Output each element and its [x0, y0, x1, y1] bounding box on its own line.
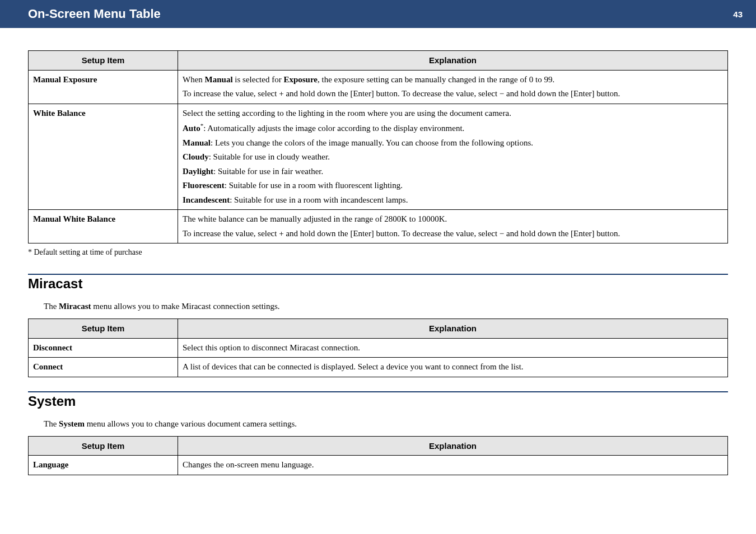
table-row: Connect A list of devices that can be co… [29, 358, 728, 377]
cell-setup-item: Connect [29, 358, 178, 377]
text: The [44, 419, 59, 428]
section-divider [28, 274, 728, 275]
cell-setup-item: Manual Exposure [29, 70, 178, 104]
page-content: Setup Item Explanation Manual Exposure W… [0, 28, 756, 491]
text: : Suitable for use in a room with fluore… [225, 181, 403, 190]
system-table: Setup Item Explanation Language Changes … [28, 436, 728, 475]
text: , the exposure setting can be manually c… [318, 75, 554, 84]
col-setup-item: Setup Item [29, 51, 178, 71]
header-title: On-Screen Menu Table [28, 7, 161, 21]
text: Manual [205, 75, 233, 84]
image-settings-table: Setup Item Explanation Manual Exposure W… [28, 50, 728, 243]
col-explanation: Explanation [178, 319, 728, 339]
text: : Suitable for use in cloudy weather. [209, 152, 330, 161]
text: : Suitable for use in fair weather. [213, 167, 323, 176]
table-header-row: Setup Item Explanation [29, 436, 728, 456]
text: Exposure [283, 75, 318, 84]
page-header: On-Screen Menu Table 43 [0, 0, 756, 28]
text: Miracast [59, 302, 91, 311]
text: To increase the value, select + and hold… [183, 89, 620, 98]
cell-explanation: The white balance can be manually adjust… [178, 210, 728, 243]
cell-setup-item: Language [29, 456, 178, 475]
text: Manual [183, 138, 211, 147]
footnote: * Default setting at time of purchase [28, 248, 728, 257]
text: Daylight [183, 167, 213, 176]
col-setup-item: Setup Item [29, 436, 178, 456]
text: To increase the value, select + and hold… [183, 229, 620, 238]
table-row: Manual White Balance The white balance c… [29, 210, 728, 243]
text: Incandescent [183, 195, 230, 204]
section-divider [28, 391, 728, 392]
cell-setup-item: Manual White Balance [29, 210, 178, 243]
cell-explanation: A list of devices that can be connected … [178, 358, 728, 377]
text: The white balance can be manually adjust… [183, 214, 447, 223]
col-setup-item: Setup Item [29, 319, 178, 339]
text: Fluorescent [183, 181, 225, 190]
text: menu allows you to make Miracast connect… [91, 302, 280, 311]
text: : Lets you change the colors of the imag… [211, 138, 533, 147]
text: The [44, 302, 59, 311]
text: : Automatically adjusts the image color … [203, 124, 464, 133]
table-row: Disconnect Select this option to disconn… [29, 338, 728, 358]
section-intro-system: The System menu allows you to change var… [44, 417, 728, 430]
section-intro-miracast: The Miracast menu allows you to make Mir… [44, 299, 728, 313]
table-row: White Balance Select the setting accordi… [29, 104, 728, 210]
cell-explanation: When Manual is selected for Exposure, th… [178, 70, 728, 104]
cell-explanation: Changes the on-screen menu language. [178, 456, 728, 475]
section-title-system: System [28, 394, 728, 409]
col-explanation: Explanation [178, 436, 728, 456]
table-row: Language Changes the on-screen menu lang… [29, 456, 728, 475]
text: is selected for [233, 75, 284, 84]
cell-setup-item: White Balance [29, 104, 178, 210]
table-header-row: Setup Item Explanation [29, 51, 728, 71]
text: Select the setting according to the ligh… [183, 109, 511, 118]
miracast-table: Setup Item Explanation Disconnect Select… [28, 318, 728, 377]
text: menu allows you to change various docume… [85, 419, 297, 428]
text: Cloudy [183, 152, 209, 161]
section-title-miracast: Miracast [28, 276, 728, 292]
cell-explanation: Select the setting according to the ligh… [178, 104, 728, 210]
col-explanation: Explanation [178, 51, 728, 71]
cell-explanation: Select this option to disconnect Miracas… [178, 338, 728, 358]
table-header-row: Setup Item Explanation [29, 319, 728, 339]
table-row: Manual Exposure When Manual is selected … [29, 70, 728, 104]
cell-setup-item: Disconnect [29, 338, 178, 358]
text: : Suitable for use in a room with incand… [230, 195, 408, 204]
text: When [183, 75, 205, 84]
page-number: 43 [733, 10, 743, 19]
text: Auto [183, 124, 200, 133]
text: System [59, 419, 85, 428]
